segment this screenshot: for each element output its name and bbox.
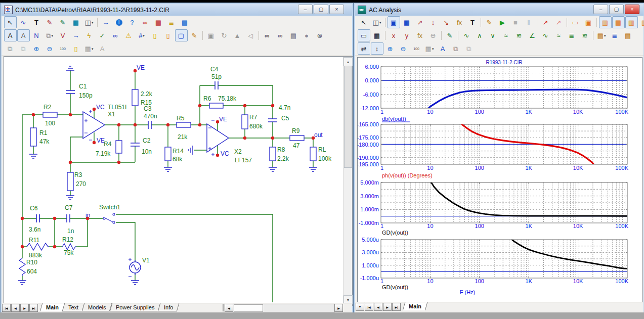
split-grid-dropdown[interactable]: ▦ [83,42,96,55]
tab-prev-button[interactable]: ◀ [374,303,382,311]
stop-button[interactable]: ■ [509,16,522,28]
zoom-100-button[interactable]: 100 [57,42,69,55]
attribute-text-toggle[interactable]: A [4,29,17,41]
text-mode-tool[interactable]: T [30,16,43,28]
vertical-grids-toggle[interactable]: ▤ [612,16,625,28]
node-voltages-toggle[interactable]: V [57,29,69,41]
flip-horizontal-button[interactable]: ◁ [244,29,257,41]
cursor-mode-tool[interactable]: ▦ [401,16,413,28]
v1-source-symbol[interactable] [130,260,141,275]
go-to-y-button[interactable]: y [401,29,413,41]
tab-last-button[interactable]: ▶| [392,303,401,311]
node-numbers-toggle[interactable]: N [30,29,43,41]
tab-menu-button[interactable]: ▼ [356,303,364,311]
grid-dropdown[interactable]: ▦ [423,42,436,55]
go-to-x-button[interactable]: x [388,29,400,41]
cursor-valley-button[interactable]: ∨ [487,29,499,41]
rotate-button[interactable]: ↻ [218,29,231,41]
tab-next-button[interactable]: ▶ [383,303,392,311]
tab-first-button[interactable]: |◀ [2,304,11,312]
curve-db(v(out))[interactable] [428,89,627,109]
send-to-back-button[interactable]: ⧉ [463,42,476,55]
flag-mode-tool[interactable]: ✎ [57,16,69,28]
text-mode-tool[interactable]: T [466,16,479,28]
schematic-vertical-scrollbar[interactable]: ▲ ▼ [343,57,352,304]
cursor-global-high-button[interactable]: ∿ [539,29,552,41]
zoom-in-button[interactable]: ⊕ [384,42,397,55]
tab-last-button[interactable]: ▶| [29,304,38,312]
calculator-button[interactable]: ▤ [622,29,634,41]
vertical-tag-tool[interactable]: ↕ [427,16,440,28]
group-select-button[interactable]: ▣ [205,29,218,41]
properties-button[interactable]: ✎ [483,16,496,28]
hscroll-right-button[interactable]: ▶ [334,304,343,312]
scale-mode-tool[interactable]: ▣ [388,16,400,28]
bring-to-front-button[interactable]: ⧉ [450,42,462,55]
cursor-bottom-button[interactable]: ≋ [579,29,591,41]
tab-text[interactable]: Text [62,303,85,311]
tab-main[interactable]: Main [403,302,428,310]
clipboard-dropdown[interactable]: ▤ [595,29,608,41]
data-points-toggle[interactable]: ↗ [539,16,552,28]
info-button[interactable]: i [113,16,125,28]
attribute-value-toggle[interactable]: A [17,29,30,41]
maximize-button[interactable]: ▢ [314,5,328,14]
component-dropdown[interactable]: ◫ [371,16,383,28]
tokens-toggle[interactable]: ↗ [552,16,565,28]
schematic-canvas[interactable]: C1150pR2100R147kVCTL051IX1VEVE2.2kR15C34… [4,56,353,306]
horizontal-tag-tool[interactable]: ↘ [440,16,453,28]
zoom-out-button[interactable]: ⊖ [44,42,56,55]
tab-power-supplies[interactable]: Power Supplies [109,303,160,311]
analysis-plots[interactable]: 6.0000.000-6.000-12.0001101001K10K100Kdb… [358,58,639,301]
bring-to-front-button[interactable]: ⧉ [4,42,17,55]
minimize-button[interactable]: – [298,5,313,14]
cursor-next-button[interactable]: ∿ [460,29,473,41]
wire-mode-tool[interactable]: ∿ [17,16,30,28]
go-to-branch-button[interactable]: ⊖ [427,29,440,41]
info-mode-tool[interactable]: → [100,16,112,28]
performance-tag-tool[interactable]: fx [453,16,466,28]
schematic-drawing[interactable]: C1150pR2100R147kVCTL051IX1VEVE2.2kR15C34… [5,57,342,304]
zoom-in-button[interactable]: ⊕ [30,42,43,55]
help-mode-tool[interactable]: ? [126,16,139,28]
auto-scale-x-toggle[interactable]: ⇄ [358,42,370,55]
tab-prev-button[interactable]: ◀ [11,304,20,312]
cursor-inflection-button[interactable]: ∠ [526,29,539,41]
cursor-low-button[interactable]: ≋ [513,29,526,41]
select-box-toggle[interactable]: ▢ [175,29,188,41]
current-toggle[interactable]: → [70,29,82,41]
link-mode-tool[interactable]: ∞ [139,16,152,28]
horizontal-grids-toggle[interactable]: ▥ [599,16,612,28]
tab-next-button[interactable]: ▶ [20,304,29,312]
info-page-button[interactable]: ▤ [287,29,300,41]
check-sheet-tool[interactable]: ▤ [179,16,191,28]
font-button[interactable]: A [96,42,109,55]
page-button[interactable]: ▯ [162,29,175,41]
minor-log-grids-toggle[interactable]: ▥ [625,16,638,28]
switch1-symbol[interactable] [103,213,115,223]
tab-first-button[interactable]: |◀ [365,303,373,311]
cursor-global-low-button[interactable]: ≈ [552,29,565,41]
flip-vertical-button[interactable]: ▲ [231,29,244,41]
power-toggle[interactable]: ϟ [83,29,96,41]
cursor-high-button[interactable]: ≈ [500,29,512,41]
font-button[interactable]: A [437,42,449,55]
go-to-performance-button[interactable]: fx [414,29,426,41]
scroll-up-button[interactable]: ▲ [344,57,353,66]
condition-toggle[interactable]: ✓ [96,29,109,41]
edit-button[interactable]: ✎ [444,29,456,41]
zoom-100-button[interactable]: 100 [410,42,423,55]
close-button[interactable]: × [329,5,344,14]
cursor-top-button[interactable]: ≣ [566,29,578,41]
tab-models[interactable]: Models [82,303,112,311]
select-tool[interactable]: ↖ [4,16,17,28]
region-enable-tool[interactable]: ▤ [152,16,165,28]
hscroll-left-button[interactable]: ◀ [225,304,233,312]
tab-main[interactable]: Main [40,303,65,311]
find-button[interactable]: ∞ [261,29,274,41]
minimize-button[interactable]: – [593,5,608,14]
zoom-out-button[interactable]: ⊖ [397,42,410,55]
picture-tool[interactable]: ▦ [70,16,82,28]
send-to-back-button[interactable]: ⧉ [17,42,30,55]
tracker-intercept-toggle[interactable]: ▦ [371,29,383,41]
